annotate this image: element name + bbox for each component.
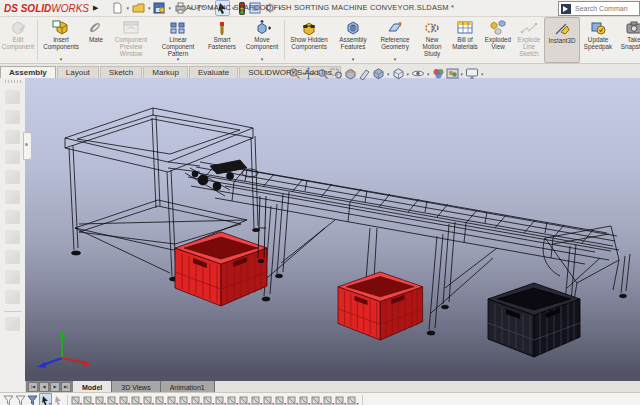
toolbar-grip[interactable] [5,80,21,83]
linear-component-pattern-button[interactable]: Linear Component Pattern ▾ [153,17,203,63]
chevron-down-icon[interactable]: ▾ [261,57,264,63]
filter-connection-points-icon[interactable]: ▾ [335,394,346,405]
search-input[interactable] [573,4,640,13]
filter-solid-bodies-icon[interactable]: ▾ [107,394,118,405]
filter-axes-icon[interactable]: ▾ [119,394,130,405]
view-orientation-icon[interactable] [372,67,385,80]
open-folder-icon[interactable] [131,1,146,15]
last-tab-icon[interactable]: ▶| [61,382,71,392]
new-document-icon[interactable] [110,1,124,15]
apply-filters-funnel-icon[interactable] [27,394,38,405]
filter-vertices-icon[interactable]: ▾ [71,394,82,405]
insert-components-button[interactable]: Insert Components ▾ [39,17,83,63]
chevron-down-icon[interactable]: ▾ [279,5,282,11]
chevron-down-icon[interactable]: ▾ [168,5,171,11]
feature-tool-icon[interactable] [5,170,20,184]
tab-layout[interactable]: Layout [57,66,99,78]
filter-sketch-segments-icon[interactable]: ▾ [179,394,190,405]
dark-crate[interactable] [488,283,580,357]
apply-scene-icon[interactable] [446,67,459,80]
select-cursor-icon[interactable]: ▾ [39,393,52,405]
filter-midpoints-icon[interactable]: ▾ [191,394,202,405]
undo-icon[interactable] [194,1,208,15]
feature-tool-icon[interactable] [5,230,20,244]
feature-tool-icon[interactable] [5,210,20,224]
chevron-down-icon[interactable]: ▾ [148,5,151,11]
red-crate-1[interactable] [175,232,267,306]
assembly-features-button[interactable]: Assembly Features ▾ [332,17,374,63]
feature-tool-icon[interactable] [5,317,20,331]
red-crate-2[interactable] [338,272,423,340]
search-commands-box[interactable] [558,1,640,16]
filter-balloons-icon[interactable]: ▾ [263,394,274,405]
chevron-down-icon[interactable]: ▾ [210,5,213,11]
dynamic-annotation-icon[interactable] [358,67,371,80]
tab-model[interactable]: Model [73,381,112,392]
explode-line-sketch-button[interactable]: Explode Line Sketch [514,17,544,63]
filter-planes-icon[interactable]: ▾ [131,394,142,405]
filter-blocks-icon[interactable]: ▾ [323,394,334,405]
filter-faces-icon[interactable]: ▾ [95,394,106,405]
select-other-cursor-icon[interactable] [53,394,63,405]
component-preview-window-button[interactable]: Component Preview Window [109,17,153,63]
tab-animation1[interactable]: Animation1 [161,381,215,392]
resource-monitor-icon[interactable] [237,1,247,15]
clear-filters-funnel-icon[interactable] [15,394,26,405]
chevron-down-icon[interactable]: ▾ [461,71,464,77]
filter-coordinate-systems-icon[interactable]: ▾ [155,394,166,405]
tab-sketch[interactable]: Sketch [100,66,142,78]
tab-markup[interactable]: Markup [143,66,188,78]
section-view-icon[interactable] [344,67,357,80]
chevron-down-icon[interactable]: ▾ [126,5,129,11]
filter-center-marks-icon[interactable]: ▾ [203,394,214,405]
filter-surface-finish-icon[interactable]: ▾ [311,394,322,405]
feature-tool-icon[interactable] [5,130,20,144]
chevron-down-icon[interactable]: ▾ [177,57,180,63]
filter-weld-symbols-icon[interactable]: ▾ [299,394,310,405]
feature-tool-icon[interactable] [5,110,20,124]
display-settings-icon[interactable] [248,1,262,15]
select-cursor-icon[interactable] [215,0,230,16]
chevron-down-icon[interactable]: ▾ [407,71,410,77]
zoom-to-fit-icon[interactable] [288,67,301,80]
next-tab-icon[interactable]: ▶ [50,382,60,392]
filter-notes-icon[interactable]: ▾ [251,394,262,405]
feature-tool-icon[interactable] [5,270,20,284]
update-speedpak-button[interactable]: Update Speedpak [580,17,616,63]
tab-3d-views[interactable]: 3D Views [112,381,160,392]
chevron-down-icon[interactable]: ▾ [394,57,397,63]
first-tab-icon[interactable]: |◀ [28,382,38,392]
graphics-viewport[interactable] [25,78,640,381]
mate-button[interactable]: Mate [83,17,109,63]
chevron-down-icon[interactable]: ▾ [232,5,235,11]
display-style-icon[interactable] [392,67,405,80]
filter-centerlines-icon[interactable]: ▾ [215,394,226,405]
filter-annotations-icon[interactable]: ▾ [239,394,250,405]
options-gear-icon[interactable] [263,1,277,15]
feature-tool-icon[interactable] [5,90,20,104]
magnifier-icon[interactable] [330,67,343,80]
show-hidden-components-button[interactable]: Show Hidden Components [286,17,332,63]
previous-view-icon[interactable] [316,67,329,80]
new-motion-study-button[interactable]: New Motion Study [416,17,448,63]
filter-origins-icon[interactable]: ▾ [143,394,154,405]
save-icon[interactable] [152,1,166,15]
take-snapshot-button[interactable]: Take Snapshot [616,17,640,63]
exploded-view-button[interactable]: Exploded View [482,17,514,63]
menu-expander-icon[interactable]: ▶ [93,4,98,12]
smart-fasteners-button[interactable]: Smart Fasteners [203,17,241,63]
tab-evaluate[interactable]: Evaluate [189,66,238,78]
hide-show-items-icon[interactable] [411,67,425,80]
feature-tool-icon[interactable] [5,250,20,264]
feature-tool-icon[interactable] [5,290,20,304]
print-icon[interactable] [173,1,188,15]
filter-routing-points-icon[interactable]: ▾ [347,394,358,405]
reference-geometry-button[interactable]: Reference Geometry ▾ [374,17,416,63]
chevron-down-icon[interactable]: ▾ [190,5,193,11]
feature-tool-icon[interactable] [5,190,20,204]
filter-datums-icon[interactable]: ▾ [287,394,298,405]
edit-component-button[interactable]: Edit Component [0,17,36,63]
chevron-down-icon[interactable]: ▾ [387,71,390,77]
zoom-to-area-icon[interactable] [302,67,315,80]
previous-tab-icon[interactable]: ◀ [39,382,49,392]
